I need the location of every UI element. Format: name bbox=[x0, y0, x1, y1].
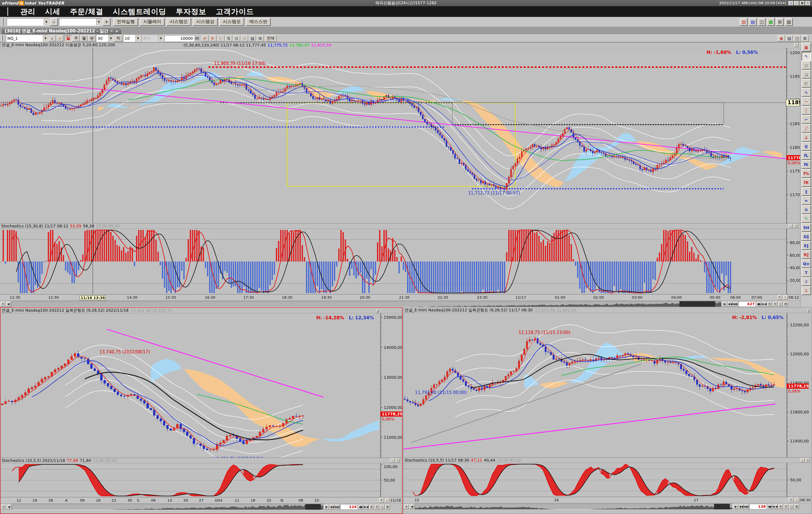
report-icon[interactable]: ▤ bbox=[249, 35, 256, 41]
main-price-chart[interactable]: 11,969,35 (11/16 17:00)11,712,72 (11/17 … bbox=[0, 48, 800, 223]
pencil-tool[interactable]: ✎ bbox=[802, 214, 811, 223]
window-icon[interactable]: ◫ bbox=[793, 35, 801, 41]
zoom-tool-icon[interactable]: ⌕ bbox=[385, 498, 390, 503]
pane-min-button[interactable]: − bbox=[789, 224, 793, 228]
symbol-combo[interactable]: ▼ bbox=[59, 18, 102, 26]
monitor-red-icon[interactable]: ▥ bbox=[740, 18, 748, 26]
time-tick-2[interactable]: 11/16 13:36 bbox=[80, 295, 106, 300]
toolbar-button-2[interactable]: 시스템모 bbox=[166, 18, 191, 26]
period-button-2[interactable]: 월 bbox=[80, 35, 87, 41]
nav2-button-0[interactable]: ◀▶ bbox=[358, 505, 363, 509]
nav2-button-0[interactable]: ◀▶ bbox=[767, 505, 772, 509]
pointer-tool[interactable]: ↖ bbox=[802, 52, 811, 61]
scroll-left-button[interactable]: ◀ bbox=[6, 505, 11, 509]
minute-select[interactable]: 30▼ bbox=[96, 35, 114, 42]
pane-restore-button[interactable]: ▫ bbox=[794, 224, 798, 228]
chevron-down-icon[interactable]: ▼ bbox=[108, 35, 113, 42]
nav2-button-3[interactable]: ⊖ bbox=[784, 505, 788, 509]
bars-gray-icon[interactable]: ⊪ bbox=[217, 35, 225, 41]
search-button[interactable]: ⌕ bbox=[50, 18, 58, 26]
close-button[interactable]: × bbox=[805, 1, 810, 5]
home-button[interactable]: ⌂ bbox=[788, 1, 793, 5]
symbol-select[interactable]: NQ_1▼ bbox=[6, 35, 48, 42]
arrow-up-tool[interactable]: ⇧ bbox=[802, 277, 811, 286]
tab-chart-3010[interactable]: [3010] 연결_E-mini Nasdaq100-202212 - 일간 ✛… bbox=[1, 28, 122, 34]
nav2-button-3[interactable]: ⊖ bbox=[374, 505, 379, 509]
nav2-button-5[interactable]: ⊠ bbox=[783, 302, 788, 306]
tab-tool-icon[interactable]: ✛ bbox=[111, 29, 113, 33]
erase-draw-tool[interactable]: ▧ bbox=[802, 61, 811, 70]
main-stoch-chart[interactable]: 80,0060,0040,0020,00 bbox=[0, 229, 800, 294]
elliott-wave-tool[interactable]: ≈ bbox=[802, 196, 811, 205]
nav-button-2[interactable]: ▶▶ bbox=[733, 302, 738, 306]
bar-count[interactable]: 124 bbox=[340, 504, 358, 510]
fib-pct-tool[interactable]: f% bbox=[802, 169, 811, 178]
arrow-down-tool[interactable]: ⇩ bbox=[802, 286, 811, 295]
layout-icon[interactable]: ⊞ bbox=[776, 18, 784, 26]
nav-button-1[interactable]: ◀◀ bbox=[739, 505, 744, 509]
period-button-0[interactable]: 일 bbox=[64, 35, 71, 41]
style-check-icon[interactable]: ✔ bbox=[201, 35, 209, 41]
zoom-tool-icon[interactable]: ⌕ bbox=[783, 295, 788, 300]
toolbar-button-1[interactable]: 시뮬레이 bbox=[140, 18, 165, 26]
scroll-grip-icon[interactable]: ≡ bbox=[404, 505, 409, 509]
menu-item-3[interactable]: 시스템트레이딩 bbox=[113, 7, 166, 17]
all-button[interactable]: 전체 bbox=[265, 35, 277, 41]
erase-region-tool[interactable]: ◪ bbox=[802, 70, 811, 79]
toolbar-button-4[interactable]: 시스템포 bbox=[219, 18, 244, 26]
nav2-button-4[interactable]: ▢ bbox=[778, 302, 783, 306]
crosshair-grid-tool[interactable]: ▦ bbox=[802, 43, 811, 52]
angle-line-tool[interactable]: ∠ bbox=[802, 133, 811, 142]
zoom-out-button[interactable]: ⌕ bbox=[57, 35, 63, 41]
pane-restore-button[interactable]: ▫ bbox=[396, 458, 400, 462]
fib-retrace-tool[interactable]: fR bbox=[802, 178, 811, 187]
fib-ext-tool[interactable]: f€ bbox=[802, 160, 811, 169]
daily-price-chart[interactable]: 13,740,75 (2022/08/17)10,484,75 (2022/10… bbox=[1, 313, 402, 458]
nav-button-2[interactable]: ▶▶ bbox=[335, 505, 340, 509]
nav2-button-4[interactable]: ▢ bbox=[789, 505, 794, 509]
draw-tool-icon[interactable]: ✐ bbox=[789, 498, 794, 502]
scroll-left-button[interactable]: ◀ bbox=[409, 505, 414, 509]
monitor-blue-icon[interactable]: ▤ bbox=[749, 18, 757, 26]
bar-count[interactable]: 427 bbox=[738, 301, 756, 307]
nav2-button-5[interactable]: ⊠ bbox=[385, 505, 390, 509]
fib-line-tool[interactable]: fL bbox=[802, 151, 811, 160]
quote-tool[interactable]: Q≡ bbox=[802, 259, 811, 268]
nav2-button-2[interactable]: ⊕ bbox=[778, 505, 783, 509]
daily-stoch-chart[interactable]: 100,0050,00 bbox=[1, 463, 402, 497]
add-button[interactable]: + bbox=[103, 18, 111, 26]
volume-bars-icon[interactable]: ⊪ bbox=[209, 35, 216, 41]
step-line-tool[interactable]: ⌐ bbox=[802, 115, 811, 124]
table-icon[interactable]: ⊞ bbox=[257, 35, 264, 41]
scroll-overview[interactable] bbox=[12, 504, 324, 510]
bars-input[interactable] bbox=[164, 35, 194, 41]
bar-count[interactable]: 138 bbox=[749, 504, 767, 510]
pane-restore-button[interactable]: ▫ bbox=[805, 458, 809, 462]
chevron-down-icon[interactable]: ▼ bbox=[135, 35, 140, 42]
period-button-3[interactable]: 분 bbox=[88, 35, 95, 41]
chevron-down-icon[interactable]: ▼ bbox=[96, 19, 101, 25]
pattern-d-tool[interactable]: D‖ bbox=[802, 232, 811, 241]
grid-green-icon[interactable]: ▦ bbox=[767, 18, 775, 26]
hourly-scrollbar[interactable]: ≡◀▶◀◀▶▶138◀▶▶◀⊕⊖▢⊠ bbox=[403, 503, 812, 510]
chevron-down-icon[interactable]: ▼ bbox=[44, 19, 49, 25]
pane-restore-button[interactable]: ▫ bbox=[376, 309, 378, 313]
multi-line-tool[interactable]: ≣ bbox=[802, 142, 811, 151]
pane-min-button[interactable]: − bbox=[390, 458, 395, 462]
pane-restore-button[interactable]: ▫ bbox=[794, 43, 799, 47]
draw-tool-icon[interactable]: ✐ bbox=[777, 295, 782, 300]
scroll-left-button[interactable]: ◀ bbox=[6, 302, 11, 306]
draw-tool-icon[interactable]: ✐ bbox=[379, 498, 384, 503]
toolbar-button-5[interactable]: 예스스팟 bbox=[246, 18, 271, 26]
restore-button[interactable]: ▣ bbox=[800, 1, 805, 5]
nav-button-0[interactable]: ▶ bbox=[722, 302, 727, 306]
nav2-button-0[interactable]: ◀▶ bbox=[756, 302, 761, 306]
nav2-button-1[interactable]: ▶◀ bbox=[773, 505, 778, 509]
erase-all-tool[interactable]: ◩ bbox=[802, 79, 811, 88]
chevron-down-icon[interactable]: ▼ bbox=[43, 35, 48, 42]
tab-close-icon[interactable]: × bbox=[115, 29, 118, 33]
scroll-overview[interactable] bbox=[11, 301, 722, 307]
scroll-grip-icon[interactable]: ≡ bbox=[1, 302, 5, 306]
nav2-button-2[interactable]: ⊕ bbox=[767, 302, 772, 306]
main-scrollbar[interactable]: ≡◀▶◀◀▶▶427◀▶▶◀⊕⊖▢⊠ bbox=[0, 300, 800, 307]
